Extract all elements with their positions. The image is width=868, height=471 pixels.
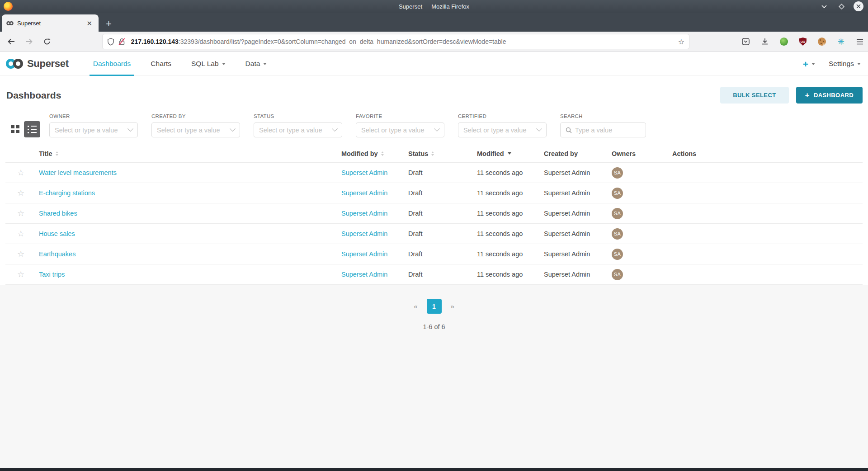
filter-status: STATUS [254,113,342,137]
dashboard-title-link[interactable]: House sales [39,230,75,237]
nav-item-charts[interactable]: Charts [147,52,175,75]
back-button[interactable] [4,34,19,49]
filter-select-certified[interactable] [458,122,547,137]
dashboard-title-link[interactable]: E-charging stations [39,189,95,197]
nav-item-sql-lab[interactable]: SQL Lab [188,52,229,75]
filter-select-input[interactable] [157,127,231,134]
pocket-icon[interactable] [741,37,750,46]
filter-select-input[interactable] [259,127,333,134]
table-row-house-sales: ☆ House sales Superset Admin Draft 11 se… [5,224,863,244]
table-row-e-charging-stations: ☆ E-charging stations Superset Admin Dra… [5,183,863,203]
page-header: Dashboards BULK SELECT + DASHBOARD [0,76,868,111]
column-header-title[interactable]: Title [31,150,341,157]
plus-icon: + [805,91,810,99]
dashboard-title-link[interactable]: Water level measurements [39,169,117,176]
favorite-star-icon[interactable]: ☆ [11,168,31,178]
settings-menu[interactable]: Settings [829,60,861,68]
ublock-origin-icon[interactable]: UO [798,37,807,46]
window-titlebar: Superset — Mozilla Firefox [0,0,868,13]
filter-label: STATUS [254,113,342,119]
url-bar[interactable]: 217.160.120.143:32393/dashboard/list/?pa… [103,34,689,49]
cookie-extension-icon[interactable] [817,37,826,46]
owner-avatar[interactable]: SA [612,167,623,179]
pagination-page-1[interactable]: 1 [427,299,442,314]
content-footer: « 1 » 1-6 of 6 [0,285,868,468]
window-minimize-button[interactable] [819,1,829,11]
favorite-star-icon[interactable]: ☆ [11,188,31,198]
column-header-modified[interactable]: Modified [477,150,544,157]
filter-select-status[interactable] [254,122,342,137]
reload-button[interactable] [39,34,55,49]
table-body: ☆ Water level measurements Superset Admi… [5,163,863,285]
superset-logo[interactable]: Superset [5,52,69,75]
modified-text: 11 seconds ago [477,250,544,258]
pagination-prev-button[interactable]: « [411,301,420,312]
dashboard-title-link[interactable]: Earthquakes [39,250,75,258]
sparkle-extension-icon[interactable]: ✳ [836,37,845,46]
card-view-toggle[interactable] [11,125,19,133]
bulk-select-button[interactable]: BULK SELECT [720,87,788,104]
dashboards-table: Title Modified by Status Modified Create… [0,145,868,285]
new-item-plus-button[interactable]: + [803,59,815,69]
tracking-shield-icon[interactable] [107,38,114,46]
nav-item-dashboards[interactable]: Dashboards [90,52,135,75]
filter-label: FAVORITE [356,113,444,119]
new-dashboard-button[interactable]: + DASHBOARD [796,87,863,104]
column-header-status[interactable]: Status [408,150,477,157]
owner-avatar[interactable]: SA [612,249,623,260]
dashboard-title-link[interactable]: Shared bikes [39,210,77,217]
column-label: Status [408,150,428,157]
filter-select-owner[interactable] [49,122,138,137]
pagination: « 1 » [411,299,457,314]
modified-by-link[interactable]: Superset Admin [341,271,387,278]
new-tab-button[interactable]: + [106,19,112,29]
owner-avatar[interactable]: SA [612,269,623,280]
tab-close-icon[interactable]: ✕ [85,19,94,28]
column-label: Title [39,150,52,157]
modified-text: 11 seconds ago [477,210,544,217]
list-view-toggle[interactable] [24,121,40,137]
downloads-icon[interactable] [760,37,769,46]
modified-by-link[interactable]: Superset Admin [341,210,387,217]
filter-select-favorite[interactable] [356,122,444,137]
window-close-button[interactable] [854,1,863,11]
insecure-lock-icon[interactable] [118,38,125,46]
owner-avatar[interactable]: SA [612,228,623,240]
dashboard-title-link[interactable]: Taxi trips [39,271,65,278]
window-maximize-button[interactable] [836,1,846,11]
modified-text: 11 seconds ago [477,189,544,197]
modified-by-link[interactable]: Superset Admin [341,189,387,197]
favorite-star-icon[interactable]: ☆ [11,229,31,239]
filter-bar: OWNER CREATED BY STATUS FAVORITE CERTIFI… [0,111,868,145]
filter-select-input[interactable] [361,127,435,134]
filter-select-input[interactable] [463,127,537,134]
filter-select-input[interactable] [55,127,128,134]
column-header-created-by: Created by [544,150,612,157]
modified-by-link[interactable]: Superset Admin [341,169,387,176]
filter-select-created-by[interactable] [151,122,240,137]
browser-tab-superset[interactable]: Superset ✕ [2,14,99,32]
search-input[interactable] [575,127,641,134]
modified-by-link[interactable]: Superset Admin [341,250,387,258]
table-row-water-level-measurements: ☆ Water level measurements Superset Admi… [5,163,863,183]
superset-navbar: Superset DashboardsChartsSQL LabData + S… [0,52,868,76]
menu-hamburger-icon[interactable] [855,37,864,46]
column-header-modified-by[interactable]: Modified by [341,150,408,157]
filter-label: CERTIFIED [458,113,547,119]
chevron-down-icon [811,63,815,65]
bookmark-star-icon[interactable]: ☆ [678,38,684,46]
sort-carets-icon [431,151,434,156]
owner-avatar[interactable]: SA [612,188,623,199]
favorite-star-icon[interactable]: ☆ [11,249,31,259]
modified-by-link[interactable]: Superset Admin [341,230,387,237]
pagination-next-button[interactable]: » [448,301,457,312]
favorite-star-icon[interactable]: ☆ [11,269,31,279]
forward-button[interactable] [22,34,37,49]
nav-item-data[interactable]: Data [242,52,271,75]
sort-carets-icon [381,151,384,156]
owner-avatar[interactable]: SA [612,208,623,219]
status-text: Draft [408,169,477,176]
chevron-down-icon [230,126,236,132]
extension-green-icon[interactable] [779,37,788,46]
favorite-star-icon[interactable]: ☆ [11,208,31,218]
